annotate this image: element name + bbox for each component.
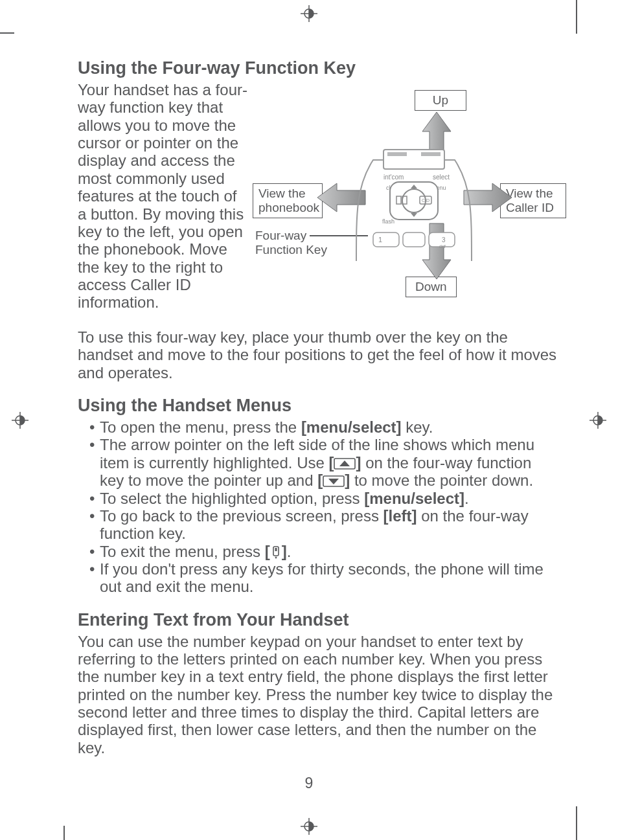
key-label: [left]: [383, 507, 417, 525]
svg-rect-22: [373, 233, 399, 247]
list-item: To open the menu, press the [menu/select…: [89, 418, 557, 436]
svg-rect-9: [387, 152, 407, 156]
text: If you don't press any keys for thirty s…: [100, 560, 544, 595]
intro-paragraph: Your handset has a four-way function key…: [78, 81, 247, 312]
svg-point-33: [275, 556, 277, 558]
crop-mark: [576, 806, 577, 840]
crop-mark: [576, 0, 577, 34]
text: .: [464, 490, 469, 507]
svg-text:int'com: int'com: [383, 174, 404, 181]
svg-text:flash: flash: [382, 218, 395, 225]
paragraph-usage: To use this four-way key, place your thu…: [78, 328, 557, 381]
up-key-icon: []: [328, 454, 361, 471]
key-label: [menu/select]: [301, 418, 402, 436]
svg-text:1: 1: [378, 236, 382, 244]
text: .: [287, 543, 292, 560]
registration-mark-icon: [301, 5, 317, 22]
list-item: To go back to the previous screen, press…: [89, 507, 557, 543]
svg-rect-10: [421, 152, 441, 156]
svg-rect-23: [403, 233, 425, 247]
text: to move the pointer down.: [350, 471, 533, 489]
heading-four-way: Using the Four-way Function Key: [78, 58, 557, 78]
registration-mark-icon: [301, 818, 317, 835]
page-number: 9: [0, 775, 618, 792]
registration-mark-icon: [12, 412, 29, 429]
svg-text:3: 3: [442, 236, 446, 244]
end-key-icon: []: [265, 543, 287, 560]
text: To exit the menu, press: [100, 543, 265, 560]
svg-text:select: select: [433, 174, 450, 181]
heading-entering-text: Entering Text from Your Handset: [78, 610, 557, 630]
text: To open the menu, press the: [100, 418, 301, 436]
svg-text:CID: CID: [422, 198, 429, 203]
handset-illustration: int'com select clear menu flash CID: [354, 147, 474, 264]
paragraph-entering-text: You can use the number keypad on your ha…: [78, 633, 557, 757]
down-key-icon: []: [317, 471, 350, 489]
list-item: If you don't press any keys for thirty s…: [89, 560, 557, 596]
heading-handset-menus: Using the Handset Menus: [78, 396, 557, 416]
key-label: [menu/select]: [364, 490, 464, 507]
svg-text:def: def: [439, 244, 446, 249]
menu-instructions-list: To open the menu, press the [menu/select…: [78, 418, 557, 596]
text: To go back to the previous screen, press: [100, 507, 383, 525]
list-item: To select the highlighted option, press …: [89, 490, 557, 507]
list-item: To exit the menu, press [].: [89, 543, 557, 560]
text: key.: [402, 418, 433, 436]
registration-mark-icon: [589, 412, 606, 429]
list-item: The arrow pointer on the left side of th…: [89, 436, 557, 489]
text: To select the highlighted option, press: [100, 490, 364, 507]
svg-rect-34: [275, 548, 277, 551]
four-way-diagram: Up View thephonebook View theCaller ID D…: [255, 81, 557, 314]
